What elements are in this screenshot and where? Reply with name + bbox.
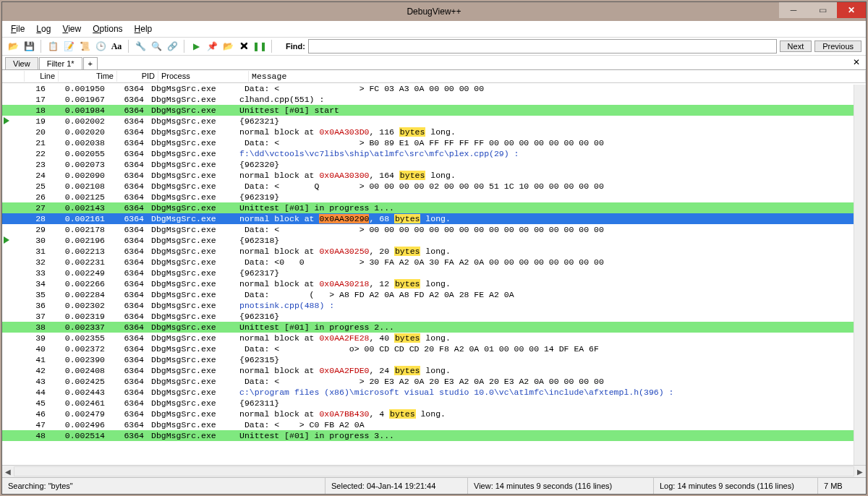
menubar: File Log View Options Help <box>2 21 866 38</box>
tab-add-button[interactable]: + <box>83 57 98 69</box>
find-next-button[interactable]: Next <box>780 40 812 52</box>
log-row[interactable]: 420.0024086364DbgMsgSrc.exenormal block … <box>2 365 866 376</box>
clear-icon[interactable]: 🗙 <box>237 40 250 53</box>
window-title: DebugView++ <box>2 7 866 17</box>
log-row[interactable]: 240.0020906364DbgMsgSrc.exenormal block … <box>2 170 866 181</box>
pause-icon[interactable]: ❚❚ <box>253 40 266 53</box>
log-row[interactable]: 290.0021786364DbgMsgSrc.exe Data: < > 00… <box>2 224 866 235</box>
log-row[interactable]: 180.0019846364DbgMsgSrc.exeUnittest [#01… <box>2 105 866 116</box>
find-prev-button[interactable]: Previous <box>814 40 861 52</box>
status-search: Searching: "bytes" <box>2 478 326 494</box>
menu-file[interactable]: File <box>7 22 29 35</box>
font-icon[interactable]: Aa <box>110 40 123 53</box>
copy-icon[interactable]: 📋 <box>46 40 59 53</box>
log-row[interactable]: 330.0022496364DbgMsgSrc.exe{962317} <box>2 268 866 278</box>
autoscroll-icon[interactable]: 📜 <box>78 40 91 53</box>
col-line[interactable]: Line <box>25 71 59 82</box>
save-icon[interactable]: 💾 <box>22 40 35 53</box>
menu-view[interactable]: View <box>58 22 85 35</box>
link-icon[interactable]: 🔗 <box>166 40 179 53</box>
menu-log[interactable]: Log <box>32 22 55 35</box>
tabbar: View Filter 1* + ✕ <box>2 56 866 70</box>
tab-close-icon[interactable]: ✕ <box>853 57 860 67</box>
log-row[interactable]: 280.0021616364DbgMsgSrc.exenormal block … <box>2 213 866 224</box>
note-icon[interactable]: 📝 <box>62 40 75 53</box>
log-row[interactable]: 460.0024796364DbgMsgSrc.exenormal block … <box>2 409 866 419</box>
bookmark-icon[interactable] <box>4 236 9 244</box>
col-pid[interactable]: PID <box>117 71 158 82</box>
tab-filter1[interactable]: Filter 1* <box>39 57 82 69</box>
status-selected: Selected: 04-Jan-14 19:21:44 <box>326 478 468 494</box>
log-area[interactable]: Line Time PID Process Message 160.001950… <box>2 70 866 465</box>
titlebar[interactable]: DebugView++ ─ ▭ ✕ <box>2 2 866 21</box>
log-row[interactable]: 380.0023376364DbgMsgSrc.exeUnittest [#01… <box>2 322 866 333</box>
col-process[interactable]: Process <box>158 71 249 82</box>
log-row[interactable]: 440.0024436364DbgMsgSrc.exec:\program fi… <box>2 387 866 398</box>
log-row[interactable]: 190.0020026364DbgMsgSrc.exe{962321} <box>2 116 866 127</box>
log-row[interactable]: 260.0021256364DbgMsgSrc.exe{962319} <box>2 192 866 202</box>
log-row[interactable]: 360.0023026364DbgMsgSrc.exepnotsink.cpp(… <box>2 300 866 311</box>
log-row[interactable]: 170.0019676364DbgMsgSrc.execlhand.cpp(55… <box>2 94 866 105</box>
log-row[interactable]: 350.0022846364DbgMsgSrc.exe Data: ( > A8… <box>2 289 866 300</box>
log-row[interactable]: 250.0021086364DbgMsgSrc.exe Data: < Q > … <box>2 181 866 192</box>
log-row[interactable]: 300.0021966364DbgMsgSrc.exe{962318} <box>2 235 866 246</box>
log-row[interactable]: 430.0024256364DbgMsgSrc.exe Data: < > 20… <box>2 376 866 387</box>
log-row[interactable]: 230.0020736364DbgMsgSrc.exe{962320} <box>2 159 866 170</box>
log-row[interactable]: 400.0023726364DbgMsgSrc.exe Data: < o> 0… <box>2 343 866 354</box>
toolbar: 📂 💾 📋 📝 📜 🕒 Aa 🔧 🔍 🔗 ▶ 📌 📂 🗙 ❚❚ Find: Ne… <box>2 38 866 56</box>
column-headers[interactable]: Line Time PID Process Message <box>2 70 866 83</box>
horizontal-scrollbar[interactable]: ◀▶ <box>2 465 866 477</box>
log-row[interactable]: 320.0022316364DbgMsgSrc.exe Data: <0 0 >… <box>2 257 866 268</box>
window: DebugView++ ─ ▭ ✕ File Log View Options … <box>1 1 867 495</box>
minimize-icon[interactable]: ─ <box>779 2 808 18</box>
menu-help[interactable]: Help <box>130 22 157 35</box>
log-row[interactable]: 210.0020386364DbgMsgSrc.exe Data: < > B0… <box>2 137 866 148</box>
star2-icon[interactable]: 📂 <box>221 40 234 53</box>
find-label: Find: <box>286 42 305 51</box>
close-icon[interactable]: ✕ <box>837 2 866 18</box>
statusbar: Searching: "bytes" Selected: 04-Jan-14 1… <box>2 477 866 494</box>
log-row[interactable]: 450.0024616364DbgMsgSrc.exe{962311} <box>2 398 866 409</box>
log-row[interactable]: 160.0019506364DbgMsgSrc.exe Data: < > FC… <box>2 83 866 94</box>
col-message[interactable]: Message <box>249 71 866 82</box>
log-row[interactable]: 310.0022136364DbgMsgSrc.exenormal block … <box>2 246 866 257</box>
menu-options[interactable]: Options <box>88 22 127 35</box>
log-row[interactable]: 480.0025146364DbgMsgSrc.exeUnittest [#01… <box>2 430 866 441</box>
tab-view[interactable]: View <box>5 57 38 69</box>
vertical-scrollbar[interactable] <box>854 85 866 465</box>
status-view: View: 14 minutes 9 seconds (116 lines) <box>468 478 654 494</box>
col-time[interactable]: Time <box>59 71 117 82</box>
play-icon[interactable]: ▶ <box>190 40 203 53</box>
log-row[interactable]: 270.0021436364DbgMsgSrc.exeUnittest [#01… <box>2 202 866 213</box>
log-row[interactable]: 370.0023196364DbgMsgSrc.exe{962316} <box>2 311 866 322</box>
bookmark-icon[interactable] <box>4 117 9 124</box>
status-log: Log: 14 minutes 9 seconds (116 lines) <box>654 478 818 494</box>
clock-icon[interactable]: 🕒 <box>94 40 107 53</box>
log-row[interactable]: 220.0020556364DbgMsgSrc.exef:\dd\vctools… <box>2 148 866 159</box>
find-input[interactable] <box>308 39 777 54</box>
star1-icon[interactable]: 📌 <box>205 40 218 53</box>
log-row[interactable]: 200.0020206364DbgMsgSrc.exenormal block … <box>2 127 866 137</box>
open-icon[interactable]: 📂 <box>7 40 20 53</box>
status-mem: 7 MB <box>818 478 866 494</box>
log-row[interactable]: 410.0023906364DbgMsgSrc.exe{962315} <box>2 354 866 365</box>
find-icon[interactable]: 🔍 <box>150 40 163 53</box>
log-row[interactable]: 470.0024966364DbgMsgSrc.exe Data: < > C0… <box>2 419 866 430</box>
log-row[interactable]: 340.0022666364DbgMsgSrc.exenormal block … <box>2 278 866 289</box>
maximize-icon[interactable]: ▭ <box>808 2 837 18</box>
wrench-icon[interactable]: 🔧 <box>134 40 147 53</box>
log-row[interactable]: 390.0023556364DbgMsgSrc.exenormal block … <box>2 333 866 343</box>
